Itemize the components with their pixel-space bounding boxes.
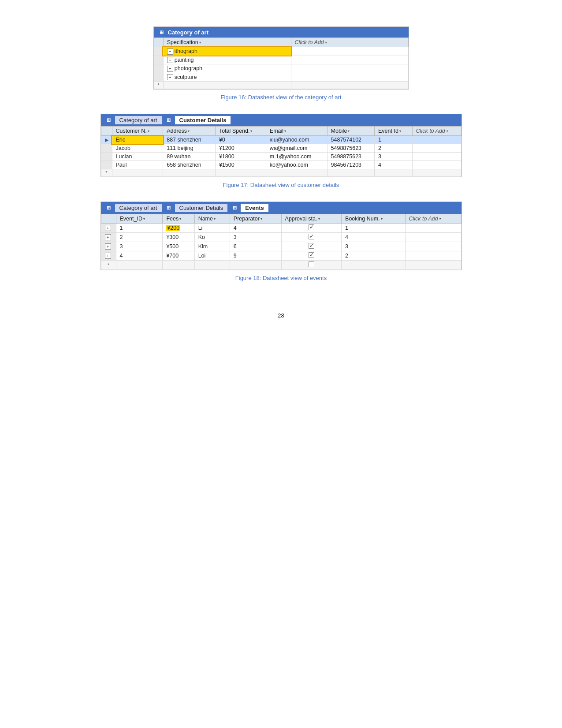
new-approval-checkbox[interactable] xyxy=(309,261,314,267)
eventid-cell[interactable]: 1 xyxy=(375,136,413,144)
eventid-cell[interactable]: 4 xyxy=(116,251,163,261)
address-cell[interactable]: 887 shenzhen xyxy=(163,136,216,144)
preparator-cell[interactable]: 6 xyxy=(230,242,281,251)
table-row[interactable]: + 4 ¥700 Loi 9 2 xyxy=(101,251,461,261)
table-row[interactable]: +painting xyxy=(154,56,408,64)
approval-cell[interactable] xyxy=(281,242,342,251)
table-row[interactable]: Lucian 89 wuhan ¥1800 m.1@yahoo.com 5498… xyxy=(101,153,461,161)
click-to-add-arrow16[interactable]: ▾ xyxy=(325,41,327,45)
approval-checkbox[interactable] xyxy=(309,252,314,258)
customer-name-cell[interactable]: Eric xyxy=(112,136,163,144)
col-name-arrow[interactable]: ▾ xyxy=(148,129,149,133)
eventid-cell[interactable]: 4 xyxy=(375,161,413,169)
eventid-cell[interactable]: 2 xyxy=(375,144,413,153)
mobile-cell[interactable]: 9845671203 xyxy=(327,161,374,169)
fees-cell[interactable]: ¥300 xyxy=(163,233,194,242)
table-row[interactable]: + 1 ¥200 Li 4 1 xyxy=(101,224,461,233)
booking-cell[interactable]: 1 xyxy=(342,224,405,233)
email-cell[interactable]: m.1@yahoo.com xyxy=(266,153,327,161)
eventid-arrow[interactable]: ▾ xyxy=(143,217,145,221)
table-row[interactable]: +sculpture xyxy=(154,73,408,82)
spec-dropdown-arrow[interactable]: ▾ xyxy=(199,41,201,45)
mobile-cell[interactable]: 5498875623 xyxy=(327,144,374,153)
expand-icon[interactable]: + xyxy=(167,57,173,63)
preparator-cell[interactable]: 4 xyxy=(230,224,281,233)
fig17-col-spend[interactable]: Total Spend. ▾ xyxy=(215,127,266,136)
expand-icon[interactable]: + xyxy=(167,66,173,72)
spec-cell-sculpture[interactable]: +sculpture xyxy=(163,73,291,82)
name-cell[interactable]: Loi xyxy=(194,251,230,261)
eventid-cell[interactable]: 3 xyxy=(375,153,413,161)
figure18-tab2[interactable]: Customer Details xyxy=(175,204,228,212)
fees-cell[interactable]: ¥500 xyxy=(163,242,194,251)
expand-icon[interactable]: + xyxy=(105,225,111,231)
address-cell[interactable]: 658 shenzhen xyxy=(163,161,216,169)
approval-checkbox[interactable] xyxy=(309,224,314,230)
mobile-cell[interactable]: 5487574102 xyxy=(327,136,374,144)
approval-cell[interactable] xyxy=(281,224,342,233)
table-row[interactable]: +ithograph xyxy=(154,47,408,56)
fig18-col-clicktoadd[interactable]: Click to Add ▾ xyxy=(405,214,461,224)
table-row[interactable]: ▶ Eric 887 shenzhen ¥0 xiu@yahoo.com 548… xyxy=(101,136,461,144)
spec-cell-painting[interactable]: +painting xyxy=(163,56,291,64)
booking-arrow[interactable]: ▾ xyxy=(381,217,383,221)
eventid-cell[interactable]: 3 xyxy=(116,242,163,251)
col-cta-arrow[interactable]: ▾ xyxy=(446,129,448,133)
approval-arrow[interactable]: ▾ xyxy=(318,217,320,221)
new-row[interactable]: * xyxy=(101,169,461,177)
figure17-tab2[interactable]: Customer Details xyxy=(175,116,231,124)
col-email-arrow[interactable]: ▾ xyxy=(284,129,286,133)
approval-checkbox[interactable] xyxy=(309,234,314,239)
name-arrow[interactable]: ▾ xyxy=(214,217,216,221)
name-cell[interactable]: Li xyxy=(194,224,230,233)
expand-icon[interactable]: + xyxy=(105,243,111,250)
email-cell[interactable]: xiu@yahoo.com xyxy=(266,136,327,144)
figure17-tab1[interactable]: Category of art xyxy=(115,116,162,124)
fig18-col-name[interactable]: Name ▾ xyxy=(194,214,230,224)
address-cell[interactable]: 111 beijing xyxy=(163,144,216,153)
fig18-col-eventid[interactable]: Event_ID ▾ xyxy=(116,214,163,224)
fig18-col-booking[interactable]: Booking Num. ▾ xyxy=(342,214,405,224)
expand-icon[interactable]: + xyxy=(167,49,173,55)
preparator-cell[interactable]: 9 xyxy=(230,251,281,261)
booking-cell[interactable]: 4 xyxy=(342,233,405,242)
new-cell[interactable] xyxy=(112,169,163,177)
new-cell[interactable] xyxy=(116,261,163,270)
col-eventid-arrow[interactable]: ▾ xyxy=(399,129,401,133)
fig17-col-eventid[interactable]: Event Id ▾ xyxy=(375,127,413,136)
booking-cell[interactable]: 3 xyxy=(342,242,405,251)
col-spend-arrow[interactable]: ▾ xyxy=(250,129,252,133)
figure16-col-click-to-add[interactable]: Click to Add ▾ xyxy=(291,38,408,47)
name-cell[interactable]: Ko xyxy=(194,233,230,242)
spend-cell[interactable]: ¥1500 xyxy=(215,161,266,169)
eventid-cell[interactable]: 2 xyxy=(116,233,163,242)
fig17-col-name[interactable]: Customer N. ▾ xyxy=(112,127,163,136)
approval-checkbox[interactable] xyxy=(309,243,314,249)
spend-cell[interactable]: ¥1200 xyxy=(215,144,266,153)
col-mobile-arrow[interactable]: ▾ xyxy=(348,129,350,133)
new-row[interactable]: * xyxy=(154,82,408,89)
col-address-arrow[interactable]: ▾ xyxy=(188,129,190,133)
fig18-col-approval[interactable]: Approval sta. ▾ xyxy=(281,214,342,224)
fig17-col-address[interactable]: Address ▾ xyxy=(163,127,216,136)
new-row[interactable]: * xyxy=(101,261,461,270)
preparator-cell[interactable]: 3 xyxy=(230,233,281,242)
fees-cell[interactable]: ¥200 xyxy=(163,224,194,233)
fees-arrow[interactable]: ▾ xyxy=(179,217,181,221)
table-row[interactable]: + 3 ¥500 Kim 6 3 xyxy=(101,242,461,251)
fig17-col-email[interactable]: Email ▾ xyxy=(266,127,327,136)
new-row-spec[interactable] xyxy=(163,82,291,89)
email-cell[interactable]: wa@gmail.com xyxy=(266,144,327,153)
spend-cell[interactable]: ¥0 xyxy=(215,136,266,144)
fig18-col-fees[interactable]: Fees ▾ xyxy=(163,214,194,224)
cta18-arrow[interactable]: ▾ xyxy=(439,217,441,221)
new-approval-cell[interactable] xyxy=(281,261,342,270)
table-row[interactable]: +photograph xyxy=(154,64,408,73)
spec-cell-photograph[interactable]: +photograph xyxy=(163,64,291,73)
figure18-tab3[interactable]: Events xyxy=(241,204,268,212)
table-row[interactable]: Jacob 111 beijing ¥1200 wa@gmail.com 549… xyxy=(101,144,461,153)
spend-cell[interactable]: ¥1800 xyxy=(215,153,266,161)
prep-arrow[interactable]: ▾ xyxy=(261,217,262,221)
expand-icon[interactable]: + xyxy=(105,234,111,240)
figure18-tab1[interactable]: Category of art xyxy=(115,204,162,212)
